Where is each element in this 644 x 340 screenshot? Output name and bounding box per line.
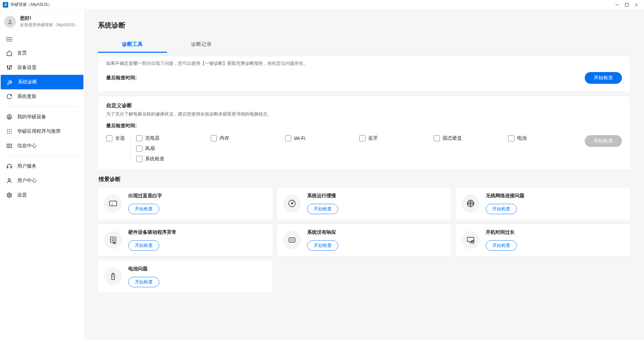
minimize-button[interactable] [612, 0, 622, 10]
svg-point-12 [9, 68, 10, 69]
svg-rect-39 [110, 237, 116, 242]
svg-point-42 [290, 240, 291, 241]
menu-toggle[interactable] [0, 34, 84, 46]
select-all-label: 全选 [115, 135, 125, 141]
chk-fan[interactable]: 风扇 [136, 146, 208, 152]
scenario-start-button[interactable]: 开始检查 [307, 204, 338, 214]
scenario-title: 情景诊断 [99, 176, 630, 183]
sidebar: 您好! 欢迎使用华硕管家（MyASUS） 首页 设备设置 系统诊断 系统更新 我… [0, 10, 84, 340]
nav-update[interactable]: 系统更新 [0, 89, 84, 104]
svg-rect-27 [7, 167, 8, 168]
chk-battery[interactable]: 电池 [508, 135, 580, 141]
user-icon [6, 178, 12, 184]
svg-point-13 [11, 66, 12, 67]
chk-ssd[interactable]: 固态硬盘 [434, 135, 505, 141]
svg-point-51 [113, 278, 113, 279]
scenario-title-text: 硬件设备驱动程序异常 [128, 229, 177, 236]
chk-memory[interactable]: 内存 [211, 135, 282, 141]
scenario-title-text: 出现过蓝底白字 [128, 193, 162, 199]
scenario-start-button[interactable]: 开始检查 [128, 240, 159, 251]
scenario-title-text: 无线网络连接问题 [486, 193, 524, 199]
nav-label: 我的华硕设备 [17, 114, 46, 120]
monitor-clock-icon [462, 231, 480, 249]
nav-label: 设置 [17, 192, 27, 198]
custom-desc: 为了充分了解电脑当前的健康状况，建议您使用全面诊断来获取更详细的电脑状态。 [106, 111, 622, 117]
scenario-bsod: :( 出现过蓝底白字 开始检查 [98, 187, 273, 220]
nav-label: 用户服务 [17, 163, 37, 169]
nav-label: 信息中心 [17, 143, 37, 149]
scenario-grid: :( 出现过蓝底白字 开始检查 系统运行缓慢 开始检查 无线网络连接问题 开始检… [98, 187, 630, 293]
scenario-hang: 系统没有响应 开始检查 [277, 224, 452, 256]
svg-point-17 [11, 129, 11, 130]
svg-point-22 [9, 133, 10, 133]
nav-home[interactable]: 首页 [0, 46, 84, 60]
avatar-icon [4, 16, 16, 28]
refresh-icon [6, 93, 12, 100]
battery-alert-icon [104, 268, 122, 286]
svg-rect-28 [11, 167, 12, 168]
svg-point-18 [7, 131, 8, 132]
titlebar: A 华硕管家（MyASUS） [0, 0, 644, 10]
grid-icon [6, 128, 12, 134]
nav-label: 华硕应用程序与推荐 [17, 128, 61, 134]
svg-point-43 [291, 240, 292, 241]
custom-title: 自定义诊断 [106, 102, 622, 109]
maximize-button[interactable] [622, 0, 632, 10]
driver-alert-icon [104, 231, 122, 249]
triangle-icon [6, 114, 12, 120]
home-icon [6, 50, 12, 56]
select-all-checkbox[interactable]: 全选 [106, 135, 125, 141]
nav-messages[interactable]: 信息中心 [0, 139, 84, 153]
nav-label: 系统诊断 [18, 79, 37, 85]
oneclick-start-button[interactable]: 开始检查 [585, 72, 622, 84]
svg-point-15 [7, 129, 8, 130]
svg-point-4 [9, 20, 11, 22]
nav-device[interactable]: 设备设置 [0, 60, 84, 75]
nav-label: 设备设置 [17, 64, 37, 71]
nav-diagnosis[interactable]: 系统诊断 [1, 75, 83, 89]
tab-record[interactable]: 诊断记录 [167, 37, 236, 52]
nav-label: 用户中心 [17, 178, 37, 184]
app-title: 华硕管家（MyASUS） [10, 2, 52, 8]
scenario-start-button[interactable]: 开始检查 [128, 204, 159, 214]
headset-icon [6, 163, 12, 169]
scenario-start-button[interactable]: 开始检查 [486, 204, 517, 214]
svg-rect-31 [110, 201, 117, 206]
scenario-wifi: 无线网络连接问题 开始检查 [455, 187, 630, 220]
gear-icon [6, 192, 12, 198]
scenario-title-text: 系统没有响应 [307, 229, 338, 236]
oneclick-card: 如果不确定是哪一部分出现了问题，您可以使用【一键诊断】获取完整诊断报告，轻松定位… [98, 56, 630, 91]
scenario-title-text: 系统运行缓慢 [307, 193, 338, 199]
wrench-icon [7, 79, 13, 85]
custom-start-button: 开始检查 [585, 135, 622, 147]
svg-point-44 [293, 240, 294, 241]
svg-point-34 [291, 203, 293, 204]
svg-point-16 [9, 129, 10, 130]
chk-charger[interactable]: 充电器 [136, 135, 208, 141]
scenario-start-button[interactable]: 开始检查 [307, 240, 338, 251]
svg-text::(: :( [111, 203, 113, 206]
page-title: 系统诊断 [98, 21, 630, 30]
scenario-start-button[interactable]: 开始检查 [486, 240, 517, 251]
tab-tool[interactable]: 诊断工具 [98, 37, 167, 53]
oneclick-last-label: 最后检查时间: [106, 75, 137, 81]
scenario-start-button[interactable]: 开始检查 [128, 277, 159, 287]
svg-point-29 [8, 179, 10, 181]
scenario-driver: 硬件设备驱动程序异常 开始检查 [98, 224, 273, 256]
close-button[interactable] [632, 0, 641, 10]
svg-rect-45 [467, 237, 474, 241]
nav-apps[interactable]: 华硕应用程序与推荐 [0, 124, 84, 139]
chk-syscheck[interactable]: 系统检查 [136, 156, 208, 162]
svg-point-23 [11, 133, 11, 133]
tabs: 诊断工具 诊断记录 [98, 37, 630, 53]
chk-bluetooth[interactable]: 蓝牙 [359, 135, 431, 141]
nav-user-center[interactable]: 用户中心 [0, 173, 84, 188]
svg-point-21 [7, 133, 8, 133]
chk-wifi[interactable]: Wi-Fi [285, 135, 357, 141]
user-block[interactable]: 您好! 欢迎使用华硕管家（MyASUS） [0, 12, 84, 34]
nav-settings[interactable]: 设置 [0, 188, 84, 202]
globe-icon [462, 194, 480, 212]
nav-my-devices[interactable]: 我的华硕设备 [0, 110, 84, 124]
nav-service[interactable]: 用户服务 [0, 159, 84, 173]
svg-point-11 [7, 66, 8, 67]
